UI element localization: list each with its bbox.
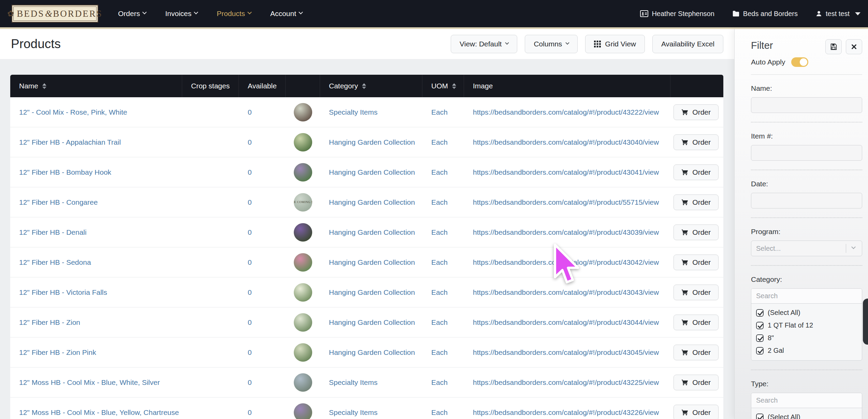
image-url-link[interactable]: https://bedsandborders.com/catalog/#!/pr…: [473, 348, 659, 356]
filter-option[interactable]: 8": [751, 332, 862, 344]
image-url-link[interactable]: https://bedsandborders.com/catalog/#!/pr…: [473, 108, 659, 116]
category-link[interactable]: Hanging Garden Collection: [329, 228, 415, 236]
product-thumbnail[interactable]: [294, 133, 312, 151]
order-button[interactable]: Order: [674, 225, 719, 240]
columns-dropdown-button[interactable]: Columns: [525, 35, 578, 53]
image-url-link[interactable]: https://bedsandborders.com/catalog/#!/pr…: [473, 408, 659, 416]
date-filter-input[interactable]: [751, 193, 862, 208]
order-button[interactable]: Order: [674, 405, 719, 419]
category-link[interactable]: Hanging Garden Collection: [329, 288, 415, 296]
available-count[interactable]: 0: [248, 318, 252, 326]
image-url-link[interactable]: https://bedsandborders.com/catalog/#!/pr…: [473, 318, 659, 326]
product-thumbnail[interactable]: [294, 103, 312, 121]
close-filter-button[interactable]: [846, 39, 862, 54]
product-thumbnail[interactable]: [294, 403, 312, 419]
product-name-link[interactable]: 12" Fiber HB - Denali: [19, 228, 87, 236]
order-button[interactable]: Order: [674, 134, 719, 150]
product-thumbnail[interactable]: IMAGE COMING SOON: [294, 193, 312, 212]
checkbox-checked-icon[interactable]: [756, 309, 764, 317]
filter-option[interactable]: (Select All): [751, 411, 862, 419]
column-header-category[interactable]: Category: [320, 75, 422, 97]
column-header-name[interactable]: Name: [10, 75, 182, 97]
checkbox-checked-icon[interactable]: [756, 322, 764, 329]
company-logo[interactable]: ✿ BEDS&BORDERS: [12, 5, 98, 23]
save-filter-button[interactable]: [825, 39, 842, 54]
column-header-available[interactable]: Available: [239, 75, 286, 97]
filter-option[interactable]: (Select All): [751, 306, 862, 319]
sort-icon[interactable]: [452, 83, 456, 89]
available-count[interactable]: 0: [248, 168, 252, 176]
product-name-link[interactable]: 12" Fiber HB - Bombay Hook: [19, 168, 111, 176]
filter-option[interactable]: 1 QT Flat of 12: [751, 319, 862, 332]
available-count[interactable]: 0: [248, 198, 252, 206]
availability-excel-button[interactable]: Availability Excel: [652, 35, 723, 53]
product-name-link[interactable]: 12" Moss HB - Cool Mix - Blue, Yellow, C…: [19, 408, 179, 416]
available-count[interactable]: 0: [248, 108, 252, 116]
image-url-link[interactable]: https://bedsandborders.com/catalog/#!/pr…: [473, 228, 659, 236]
product-thumbnail[interactable]: [294, 373, 312, 392]
contact-chip[interactable]: Heather Stephenson: [640, 10, 714, 18]
sort-icon[interactable]: [42, 83, 46, 89]
nav-item-invoices[interactable]: Invoices: [165, 10, 198, 18]
category-link[interactable]: Hanging Garden Collection: [329, 198, 415, 206]
order-button[interactable]: Order: [674, 375, 719, 390]
checkbox-checked-icon[interactable]: [756, 414, 764, 419]
view-dropdown-button[interactable]: View: Default: [451, 35, 517, 53]
product-name-link[interactable]: 12" Fiber HB - Zion: [19, 318, 80, 326]
product-thumbnail[interactable]: [294, 253, 312, 272]
checkbox-checked-icon[interactable]: [756, 334, 764, 342]
product-name-link[interactable]: 12" Fiber HB - Zion Pink: [19, 348, 96, 356]
order-button[interactable]: Order: [674, 164, 719, 180]
order-button[interactable]: Order: [674, 315, 719, 330]
available-count[interactable]: 0: [248, 378, 252, 386]
available-count[interactable]: 0: [248, 138, 252, 146]
product-name-link[interactable]: 12" Fiber HB - Sedona: [19, 258, 91, 266]
image-url-link[interactable]: https://bedsandborders.com/catalog/#!/pr…: [473, 138, 659, 146]
category-link[interactable]: Hanging Garden Collection: [329, 348, 415, 356]
nav-item-products[interactable]: Products: [217, 10, 251, 18]
column-header-crop-stages[interactable]: Crop stages: [182, 75, 239, 97]
order-button[interactable]: Order: [674, 194, 719, 210]
available-count[interactable]: 0: [248, 288, 252, 296]
category-link[interactable]: Specialty Items: [329, 408, 377, 416]
type-search-input[interactable]: [751, 393, 862, 408]
company-chip[interactable]: Beds and Borders: [732, 10, 798, 18]
product-name-link[interactable]: 12" Fiber HB - Appalachian Trail: [19, 138, 121, 146]
name-filter-input[interactable]: [751, 97, 862, 113]
checkbox-checked-icon[interactable]: [756, 347, 764, 355]
product-thumbnail[interactable]: [294, 163, 312, 182]
category-link[interactable]: Hanging Garden Collection: [329, 258, 415, 266]
image-url-link[interactable]: https://bedsandborders.com/catalog/#!/pr…: [473, 168, 659, 176]
available-count[interactable]: 0: [248, 348, 252, 356]
program-select[interactable]: Select...: [751, 241, 862, 256]
auto-apply-toggle[interactable]: [791, 57, 808, 67]
category-link[interactable]: Hanging Garden Collection: [329, 138, 415, 146]
order-button[interactable]: Order: [674, 255, 719, 270]
product-thumbnail[interactable]: [294, 283, 312, 302]
order-button[interactable]: Order: [674, 285, 719, 300]
image-url-link[interactable]: https://bedsandborders.com/catalog/#!/pr…: [473, 288, 659, 296]
available-count[interactable]: 0: [248, 258, 252, 266]
nav-item-orders[interactable]: Orders: [118, 10, 146, 18]
product-thumbnail[interactable]: [294, 223, 312, 242]
image-url-link[interactable]: https://bedsandborders.com/catalog/#!/pr…: [473, 378, 659, 386]
product-name-link[interactable]: 12" Fiber HB - Congaree: [19, 198, 98, 206]
order-button[interactable]: Order: [674, 104, 719, 120]
image-url-link[interactable]: https://bedsandborders.com/catalog/#!/pr…: [473, 258, 659, 266]
available-count[interactable]: 0: [248, 228, 252, 236]
nav-item-account[interactable]: Account: [270, 10, 302, 18]
scrollbar-thumb[interactable]: [863, 299, 868, 345]
category-link[interactable]: Hanging Garden Collection: [329, 168, 415, 176]
product-name-link[interactable]: 12" Fiber HB - Victoria Falls: [19, 288, 107, 296]
grid-view-button[interactable]: Grid View: [585, 35, 645, 53]
available-count[interactable]: 0: [248, 408, 252, 416]
order-button[interactable]: Order: [674, 345, 719, 360]
column-header-uom[interactable]: UOM: [422, 75, 464, 97]
category-link[interactable]: Specialty Items: [329, 108, 377, 116]
image-url-link[interactable]: https://bedsandborders.com/catalog/#!/pr…: [473, 198, 659, 206]
filter-option[interactable]: 2 Gal: [751, 344, 862, 357]
category-search-input[interactable]: [751, 289, 862, 304]
product-name-link[interactable]: 12" Moss HB - Cool Mix - Blue, White, Si…: [19, 378, 160, 386]
item-filter-input[interactable]: [751, 145, 862, 161]
sort-icon[interactable]: [362, 83, 366, 89]
